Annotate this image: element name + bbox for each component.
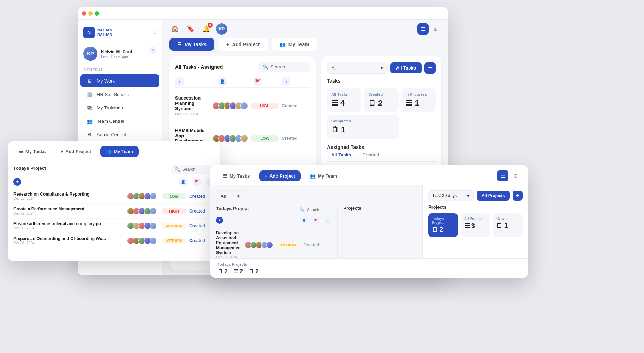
list-item[interactable]: Create a Performance Management Dec 09, …: [13, 204, 214, 219]
ft-task-date: Dec 09, 2024: [13, 211, 124, 215]
ap-search[interactable]: 🔍: [296, 205, 332, 214]
filter-select[interactable]: All ▾: [327, 62, 388, 74]
my-tasks-label: My Tasks: [185, 42, 207, 47]
grid-view-btn[interactable]: ⊞: [430, 23, 441, 35]
ft-priority: MEDIUM: [162, 238, 186, 244]
list-view-btn[interactable]: ☰: [417, 23, 429, 35]
sidebar-item-hr-self-service[interactable]: 🏢 HR Self Service: [80, 88, 159, 101]
ft-tab-my-team[interactable]: 👥 My Team: [100, 146, 139, 157]
member-avatar: [240, 134, 248, 142]
add-row-icon[interactable]: +: [175, 77, 184, 86]
maximize-button[interactable]: [95, 11, 99, 16]
ap-date-filter[interactable]: Last 30 days ▾: [428, 190, 474, 201]
notification-badge: 3: [208, 23, 213, 28]
all-tasks-icon: ☰: [331, 98, 338, 108]
ap-task-date: Dec 31, 2024: [216, 255, 242, 258]
ft-members: [127, 222, 159, 229]
notifications-icon[interactable]: 🔔 3: [201, 23, 212, 35]
in-progress-icon: ☰: [406, 98, 413, 108]
ap-all-projects-button[interactable]: All Projects: [477, 191, 510, 201]
tab-all-tasks[interactable]: All Tasks: [327, 150, 355, 160]
assigned-title: Assigned Tasks: [327, 144, 436, 150]
search-box[interactable]: 🔍: [258, 62, 310, 72]
all-projects-icon: ☰: [464, 222, 470, 230]
count-icon: 🗒: [217, 268, 223, 275]
ap-todays-label: Todays Projects: [217, 262, 259, 267]
add-project-label: Add Project: [232, 42, 260, 47]
tab-add-project[interactable]: + Add Project: [219, 38, 268, 51]
tab-created[interactable]: Created: [358, 150, 383, 160]
ft-tab-my-tasks[interactable]: ☰ My Tasks: [13, 146, 52, 157]
ft-search[interactable]: 🔍: [171, 165, 214, 174]
sidebar-collapse-button[interactable]: «: [153, 29, 156, 36]
table-row[interactable]: Succession Planning System Dec 31, 2024: [175, 92, 310, 120]
ft-add-row-icon[interactable]: +: [13, 178, 21, 186]
close-button[interactable]: [82, 11, 86, 16]
completed-card: Completed 🗒 1: [327, 115, 399, 139]
sidebar-item-my-trainings[interactable]: 📚 My Trainings: [80, 101, 159, 114]
status-icon: ℹ: [282, 77, 290, 86]
ap-tab-my-team[interactable]: 👥 My Team: [304, 170, 343, 181]
created-value: 🗒 2: [368, 98, 394, 108]
ap-list-view-btn[interactable]: ☰: [497, 170, 508, 181]
todays-project-card: Todays Project 🗒 2: [428, 213, 458, 237]
ft-task-date: Dec 09, 2024: [13, 226, 124, 230]
ft-myteam-icon: 👥: [106, 149, 112, 154]
list-item[interactable]: Develop an Asset and Equipment Managemen…: [216, 228, 332, 258]
ft-search-input[interactable]: [182, 167, 210, 172]
ap-left-panel: All ▾ Todays Project 🔍 +: [210, 185, 422, 258]
home-icon[interactable]: 🏠: [169, 23, 181, 35]
priority-badge: LOW: [251, 135, 279, 142]
sidebar-item-team-central[interactable]: 👥 Team Central: [80, 115, 159, 127]
sidebar-item-label: My Trainings: [97, 105, 123, 110]
top-nav-avatar[interactable]: KP: [216, 23, 227, 35]
ft-addproject-label: Add Project: [65, 149, 91, 154]
task-status: Created: [282, 136, 310, 141]
todays-count-2: ☰ 2: [233, 268, 243, 275]
ft-priority: LOW: [162, 193, 186, 199]
all-tasks-card: All Tasks ☰ 4: [327, 88, 361, 112]
ft-section-title: Todays Project: [13, 166, 46, 171]
tab-my-tasks[interactable]: ☰ My Tasks: [169, 38, 214, 51]
task-date: Dec 31, 2024: [175, 112, 210, 116]
member-avatar: [266, 241, 273, 249]
ap-tab-add-project[interactable]: + Add Project: [259, 170, 301, 181]
ft-priority: HIGH: [162, 208, 186, 214]
sidebar-item-my-work[interactable]: ⊞ My Work: [80, 74, 159, 87]
ft-task-name: Create a Performance Management: [13, 207, 124, 211]
ft-members: [127, 237, 159, 244]
ap-filter-select[interactable]: All ▾: [216, 190, 244, 202]
ft-members: [127, 208, 159, 215]
ap-priority-col-icon: 🚩: [312, 217, 320, 224]
ap-add-row-icon[interactable]: +: [216, 217, 223, 224]
ft-mytasks-label: My Tasks: [25, 149, 46, 154]
sidebar-item-admin-central[interactable]: ⚙ Admin Central: [80, 128, 159, 141]
priority-col-icon: 🚩: [254, 77, 282, 86]
search-input[interactable]: [270, 64, 306, 70]
list-item[interactable]: Prepare an Onboarding and Offboarding Wo…: [13, 233, 214, 248]
priority-badge: MEDIUM: [162, 238, 186, 244]
ap-tab-my-tasks[interactable]: ☰ My Tasks: [217, 170, 256, 181]
ap-filter-value: All: [221, 193, 226, 199]
admin-central-icon: ⚙: [86, 131, 93, 138]
add-button[interactable]: +: [424, 62, 436, 74]
ap-table-header: + 👤 🚩 ℹ: [216, 217, 332, 226]
minimize-button[interactable]: [88, 11, 93, 16]
task-members: [213, 102, 248, 110]
all-tasks-button[interactable]: All Tasks: [390, 62, 422, 73]
completed-label: Completed: [331, 119, 394, 123]
bookmark-icon[interactable]: 🔖: [185, 23, 196, 35]
ap-add-button[interactable]: +: [513, 191, 523, 201]
filter-row: All ▾ All Tasks +: [327, 62, 436, 74]
ft-members: [127, 193, 159, 200]
ap-grid-view-btn[interactable]: ⊞: [510, 170, 521, 181]
tab-my-team[interactable]: 👥 My Team: [272, 38, 317, 51]
list-item[interactable]: Research on Compliance & Reporting Dec 1…: [13, 189, 214, 204]
edit-profile-button[interactable]: ✎: [149, 47, 156, 54]
ap-search-input[interactable]: [307, 208, 328, 212]
view-toggle: ☰ ⊞: [417, 23, 441, 35]
ft-task-info: Create a Performance Management Dec 09, …: [13, 207, 124, 215]
ft-tab-add-project[interactable]: + Add Project: [55, 146, 97, 157]
tasks-section-title: Tasks: [327, 78, 436, 84]
list-item[interactable]: Ensure adherence to legal and company po…: [13, 219, 214, 233]
